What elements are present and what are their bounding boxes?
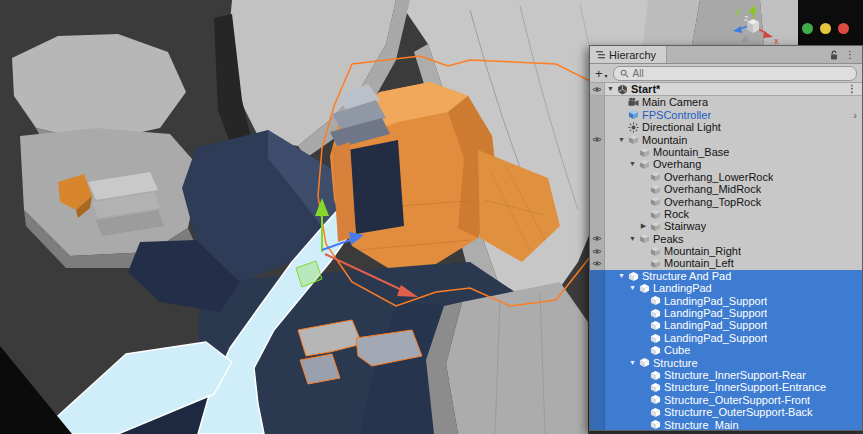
foldout-open-icon[interactable]: ▼ bbox=[616, 270, 627, 282]
hierarchy-row-directional-light[interactable]: Directional Light bbox=[590, 121, 862, 133]
panel-menu-icon[interactable]: ⋮ bbox=[845, 49, 855, 60]
hierarchy-row-structure-outersupport-front[interactable]: Structure_OuterSupport-Front bbox=[590, 394, 862, 406]
lock-icon[interactable] bbox=[830, 50, 838, 60]
foldout-open-icon[interactable]: ▼ bbox=[605, 83, 616, 95]
visibility-gutter[interactable] bbox=[590, 183, 605, 195]
add-button-caret-icon: ▾ bbox=[605, 72, 608, 79]
hierarchy-tab[interactable]: Hierarchy bbox=[590, 46, 667, 63]
visibility-gutter[interactable] bbox=[590, 295, 605, 307]
hierarchy-row-structure-and-pad[interactable]: ▼Structure And Pad bbox=[590, 270, 862, 282]
hierarchy-row-landingpad-support[interactable]: LandingPad_Support bbox=[590, 295, 862, 307]
go-icon bbox=[649, 344, 662, 356]
hierarchy-row-structure[interactable]: ▼Structure bbox=[590, 357, 862, 369]
go-icon bbox=[649, 258, 662, 270]
go-icon bbox=[638, 357, 651, 369]
hierarchy-row-stairway[interactable]: ▶Stairway bbox=[590, 220, 862, 232]
foldout-open-icon[interactable]: ▼ bbox=[627, 158, 638, 170]
visibility-gutter[interactable] bbox=[590, 344, 605, 356]
hierarchy-row-overhang-toprock[interactable]: Overhang_TopRock bbox=[590, 196, 862, 208]
visibility-gutter[interactable] bbox=[590, 121, 605, 133]
visibility-gutter[interactable] bbox=[590, 171, 605, 183]
row-label: Structure bbox=[651, 357, 698, 369]
hierarchy-row-landingpad-support[interactable]: LandingPad_Support bbox=[590, 319, 862, 331]
hierarchy-tabbar: Hierarchy ⋮ bbox=[590, 46, 862, 64]
hierarchy-row-mountain[interactable]: ▼Mountain bbox=[590, 134, 862, 146]
hierarchy-row-overhang-midrock[interactable]: Overhang_MidRock bbox=[590, 183, 862, 195]
go-icon bbox=[638, 146, 651, 158]
hierarchy-tab-icon bbox=[596, 50, 605, 59]
row-label: Structure_InnerSupport-Entrance bbox=[662, 381, 826, 393]
hierarchy-row-cube[interactable]: Cube bbox=[590, 344, 862, 356]
visibility-gutter[interactable] bbox=[590, 270, 605, 282]
visibility-gutter[interactable] bbox=[590, 233, 605, 245]
hierarchy-row-start[interactable]: ▼Start*⋮ bbox=[590, 83, 862, 96]
foldout-open-icon[interactable]: ▼ bbox=[627, 282, 638, 294]
visibility-gutter[interactable] bbox=[590, 208, 605, 220]
visibility-gutter[interactable] bbox=[590, 134, 605, 146]
visibility-gutter[interactable] bbox=[590, 220, 605, 232]
row-label: Overhang bbox=[651, 158, 701, 170]
prefab-icon bbox=[627, 109, 640, 121]
go-icon bbox=[649, 295, 662, 307]
row-label: Start* bbox=[629, 83, 660, 95]
visibility-gutter[interactable] bbox=[590, 158, 605, 170]
visibility-gutter[interactable] bbox=[590, 419, 605, 430]
hierarchy-row-structure-innersupport-rear[interactable]: Structure_InnerSupport-Rear bbox=[590, 369, 862, 381]
hierarchy-row-peaks[interactable]: ▼Peaks bbox=[590, 233, 862, 245]
row-label: Mountain bbox=[640, 134, 687, 146]
visibility-gutter[interactable] bbox=[590, 245, 605, 257]
visibility-gutter[interactable] bbox=[590, 332, 605, 344]
visibility-gutter[interactable] bbox=[590, 357, 605, 369]
visibility-gutter[interactable] bbox=[590, 319, 605, 331]
go-icon bbox=[649, 320, 662, 332]
visibility-gutter[interactable] bbox=[590, 146, 605, 158]
row-label: FPSController bbox=[640, 109, 711, 121]
hierarchy-row-rock[interactable]: Rock bbox=[590, 208, 862, 220]
hierarchy-row-mountain-left[interactable]: Mountain_Left bbox=[590, 257, 862, 269]
window-control-green[interactable] bbox=[802, 23, 813, 34]
hierarchy-row-landingpad-support[interactable]: LandingPad_Support bbox=[590, 332, 862, 344]
go-icon bbox=[627, 270, 640, 282]
hierarchy-row-overhang[interactable]: ▼Overhang bbox=[590, 158, 862, 170]
visibility-gutter[interactable] bbox=[590, 83, 605, 95]
visibility-gutter[interactable] bbox=[590, 257, 605, 269]
row-label: Main Camera bbox=[640, 96, 708, 108]
foldout-open-icon[interactable]: ▼ bbox=[627, 233, 638, 245]
scene-menu-icon[interactable]: ⋮ bbox=[847, 83, 862, 95]
add-button[interactable]: + ▾ bbox=[595, 67, 608, 80]
hierarchy-row-main-camera[interactable]: Main Camera bbox=[590, 96, 862, 108]
visibility-gutter[interactable] bbox=[590, 196, 605, 208]
foldout-closed-icon[interactable]: ▶ bbox=[638, 220, 649, 232]
hierarchy-row-structure-main[interactable]: Structure_Main bbox=[590, 419, 862, 430]
hierarchy-row-landingpad[interactable]: ▼LandingPad bbox=[590, 282, 862, 294]
prefab-open-chevron-icon[interactable]: › bbox=[853, 109, 862, 121]
hierarchy-row-structure-innersupport-entrance[interactable]: Structure_InnerSupport-Entrance bbox=[590, 381, 862, 393]
hierarchy-row-fpscontroller[interactable]: FPSController› bbox=[590, 109, 862, 121]
search-field[interactable]: All bbox=[613, 66, 857, 81]
visibility-gutter[interactable] bbox=[590, 96, 605, 108]
visibility-gutter[interactable] bbox=[590, 406, 605, 418]
visibility-gutter[interactable] bbox=[590, 109, 605, 121]
window-control-yellow[interactable] bbox=[820, 23, 831, 34]
hierarchy-row-mountain-base[interactable]: Mountain_Base bbox=[590, 146, 862, 158]
unity-editor-window: y z x Hierarchy ⋮ bbox=[0, 0, 863, 434]
row-label: LandingPad_Support bbox=[662, 295, 767, 307]
hierarchy-row-landingpad-support[interactable]: LandingPad_Support bbox=[590, 307, 862, 319]
row-label: LandingPad bbox=[651, 282, 712, 294]
hierarchy-row-overhang-lowerrock[interactable]: Overhang_LowerRock bbox=[590, 171, 862, 183]
row-label: Structure_OuterSupport-Front bbox=[662, 394, 810, 406]
hierarchy-row-mountain-right[interactable]: Mountain_Right bbox=[590, 245, 862, 257]
visibility-gutter[interactable] bbox=[590, 394, 605, 406]
hierarchy-row-structurre-outersupport-back[interactable]: Structurre_OuterSupport-Back bbox=[590, 406, 862, 418]
window-control-red[interactable] bbox=[838, 23, 849, 34]
visibility-gutter[interactable] bbox=[590, 369, 605, 381]
left-rocks bbox=[12, 34, 200, 268]
go-icon bbox=[627, 134, 640, 146]
visibility-gutter[interactable] bbox=[590, 307, 605, 319]
window-controls bbox=[802, 23, 849, 34]
foldout-open-icon[interactable]: ▼ bbox=[616, 134, 627, 146]
row-label: Overhang_TopRock bbox=[662, 196, 761, 208]
visibility-gutter[interactable] bbox=[590, 381, 605, 393]
visibility-gutter[interactable] bbox=[590, 282, 605, 294]
foldout-open-icon[interactable]: ▼ bbox=[627, 357, 638, 369]
